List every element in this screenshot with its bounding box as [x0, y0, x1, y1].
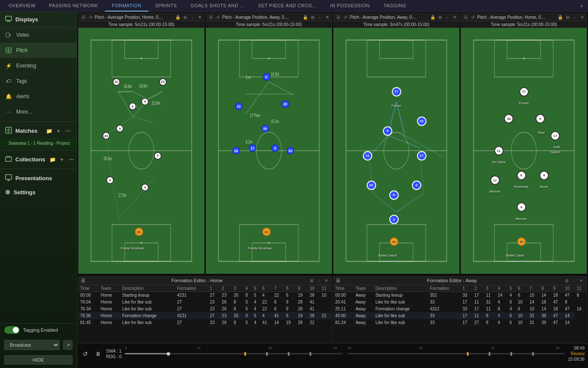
matches-add-icon[interactable]: + [55, 127, 62, 135]
panel-3-refresh-icon[interactable]: ↺ [342, 14, 348, 20]
play-pause-button[interactable]: ⏸ [93, 349, 103, 359]
hide-button[interactable]: HIDE [4, 355, 72, 365]
matches-folder-icon[interactable]: 📁 [45, 127, 53, 135]
editor-away-download-icon[interactable]: ↓ [571, 277, 577, 283]
p3-gk-label: Rafael Cabral [378, 254, 397, 257]
collections-more-icon[interactable]: ⋯ [67, 156, 75, 164]
sidebar-section-presentations[interactable]: Presentations [0, 171, 77, 186]
tab-overview[interactable]: OVERVIEW [2, 0, 42, 12]
sidebar-item-video[interactable]: Video [0, 27, 77, 43]
add-tab-button[interactable]: + [577, 2, 586, 10]
table-cell: 14 [563, 313, 575, 319]
timeline-right[interactable]: 45 60 75 90 [348, 350, 565, 358]
p4-label-blackett: Blackett [490, 190, 500, 193]
editor-away-expand-icon[interactable]: ⊞ [564, 277, 570, 283]
rewind-button[interactable]: ↺ [81, 349, 90, 359]
timeline-left[interactable]: 0 15 30 45 [125, 350, 342, 358]
panel-3-download-icon[interactable]: ↓ [444, 14, 450, 20]
tab-set-piece[interactable]: SET PIECE AND CROS... [251, 0, 323, 12]
playback-controls: ↺ ⏸ SWA : 1 RDG : 0 0 15 30 45 [77, 344, 588, 364]
sidebar-item-eventing[interactable]: ⚡ Eventing [0, 58, 77, 73]
editor-home-close-icon[interactable]: ✕ [323, 277, 329, 283]
col-9-home: 9 [296, 285, 308, 292]
divider-1 [0, 121, 77, 122]
tab-goals-shots[interactable]: GOALS SHOTS AND ... [184, 0, 251, 12]
panel-4-download-icon[interactable]: ↓ [572, 14, 578, 20]
svg-rect-11 [6, 157, 12, 161]
table-cell: 4 [252, 306, 261, 313]
sidebar-section-settings[interactable]: ⚙ Settings [0, 186, 77, 199]
table-cell: 24 [496, 292, 508, 299]
panel-3-expand-icon[interactable]: ⊞ [437, 14, 443, 20]
panel-4-refresh-icon[interactable]: ↺ [470, 14, 476, 20]
panel-4-expand-icon[interactable]: ⊞ [565, 14, 571, 20]
score-display: SWA : 1 RDG : 0 [106, 348, 122, 359]
table-cell: Like for like sub [120, 306, 175, 313]
panel-3-title: Pitch - Average Position, Away, 0-... [350, 15, 429, 20]
panel-2-expand-icon[interactable]: ⊞ [310, 14, 316, 20]
table-cell: Away [354, 292, 374, 299]
sidebar-item-pitch[interactable]: Pitch [0, 43, 77, 58]
table-cell: 10 [528, 292, 540, 299]
player-home-22: 22 [159, 78, 167, 86]
panel-1-lock-icon[interactable]: 🔒 [175, 14, 181, 20]
table-cell: 19 [296, 313, 308, 319]
panel-3-menu-icon[interactable]: ☰ [335, 14, 341, 20]
col-1-home: 1 [208, 285, 220, 292]
editor-away-close-icon[interactable]: ✕ [578, 277, 584, 283]
panel-2-download-icon[interactable]: ↓ [317, 14, 323, 20]
editor-away-filter-icon[interactable]: ☰ [336, 278, 340, 283]
table-cell: 6 [508, 299, 516, 306]
matches-icon [5, 127, 12, 135]
panel-4-menu-icon[interactable]: ☰ [463, 14, 469, 20]
table-cell: Starting lineup [120, 292, 175, 299]
displays-icon [5, 15, 12, 23]
panel-2-lock-icon[interactable]: 🔒 [302, 14, 308, 20]
editor-home-expand-icon[interactable]: ⊞ [309, 277, 315, 283]
panel-1-expand-icon[interactable]: ⊞ [182, 14, 188, 20]
table-cell: Like for like sub [120, 319, 175, 326]
table-cell: 47 [563, 292, 575, 299]
player-away-6: 6 [263, 73, 270, 81]
panel-3-lock-icon[interactable]: 🔒 [430, 14, 436, 20]
panel-1-menu-icon[interactable]: ☰ [80, 14, 86, 20]
table-cell: 00:00 [333, 292, 354, 299]
table-cell: 10 [320, 292, 332, 299]
table-cell: Like for like sub [374, 299, 428, 306]
sidebar-item-alerts[interactable]: 🔔 Alerts [0, 89, 77, 104]
broadcast-external-icon[interactable]: ↗ [63, 340, 72, 350]
panel-2-close-button[interactable]: ✕ [324, 14, 330, 20]
matches-more-icon[interactable]: ⋯ [64, 127, 72, 135]
timeline-handle[interactable] [167, 352, 170, 356]
panel-3-close-button[interactable]: ✕ [452, 14, 458, 20]
sidebar-section-collections[interactable]: Collections 📁 + ⋯ [0, 152, 77, 167]
collections-add-icon[interactable]: + [58, 156, 66, 164]
tab-passing-network[interactable]: PASSING NETWORK [42, 0, 105, 12]
col-2-away: 2 [472, 285, 484, 292]
panel-1-close-button[interactable]: ✕ [197, 14, 203, 20]
panel-1-download-icon[interactable]: ↓ [189, 14, 195, 20]
tagging-toggle[interactable] [4, 326, 20, 334]
sidebar-section-matches[interactable]: Matches 📁 + ⋯ [0, 123, 77, 138]
panel-4-close-button[interactable]: ✕ [579, 14, 585, 20]
table-cell: 76:36 [78, 313, 99, 319]
sidebar-item-more[interactable]: ··· More... [0, 104, 77, 120]
gk-label-away-1: Freddy Woodman [248, 247, 272, 250]
match-item-swansea-reading[interactable]: Swansea 1 - 1 Reading - Project [0, 138, 77, 148]
tab-tagging[interactable]: TAGGING [377, 0, 413, 12]
pitch-panel-3: ☰ ↺ Pitch - Average Position, Away, 0-..… [333, 13, 460, 274]
broadcast-select[interactable]: Broadcast [4, 340, 60, 350]
panel-1-refresh-icon[interactable]: ↺ [87, 14, 93, 20]
editor-home-download-icon[interactable]: ↓ [316, 277, 322, 283]
sidebar-item-tags[interactable]: 🏷 Tags [0, 73, 77, 89]
tab-in-possession[interactable]: IN POSSESSION [324, 0, 377, 12]
tab-formation[interactable]: FORMATION [105, 0, 148, 12]
panel-2-menu-icon[interactable]: ☰ [208, 14, 214, 20]
panel-4-lock-icon[interactable]: 🔒 [557, 14, 563, 20]
editor-home-filter-icon[interactable]: ☰ [81, 278, 85, 283]
panel-2-refresh-icon[interactable]: ↺ [215, 14, 221, 20]
table-cell: 25:11 [333, 306, 354, 313]
collections-folder-icon[interactable]: 📁 [49, 156, 56, 164]
svg-marker-4 [9, 34, 11, 36]
tab-sprints[interactable]: SPRINTS [148, 0, 184, 12]
